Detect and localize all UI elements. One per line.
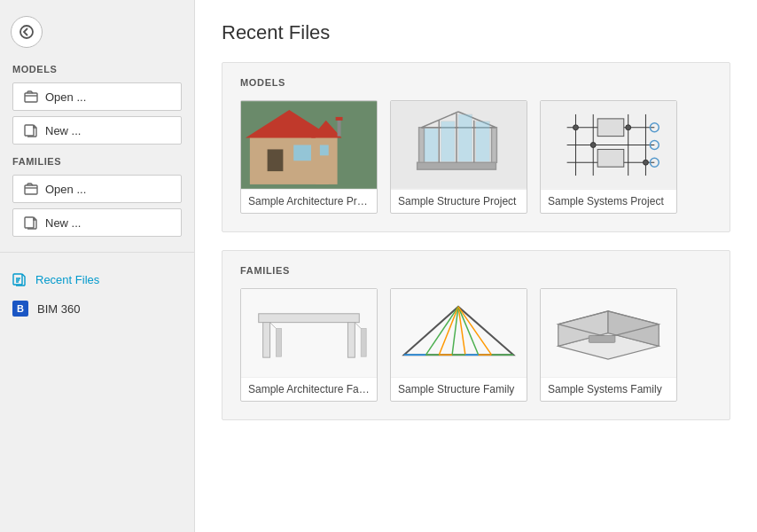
models-new-button[interactable]: New ... — [12, 116, 182, 145]
sidebar-divider — [0, 252, 194, 253]
svg-rect-11 — [316, 137, 338, 184]
families-open-label: Open ... — [45, 183, 86, 196]
card-label-systems-fam: Sample Systems Family — [541, 378, 676, 401]
card-struct-fam[interactable]: Sample Structure Family — [390, 288, 527, 402]
page-title: Recent Files — [222, 21, 730, 44]
card-systems-fam[interactable]: Sample Systems Family — [540, 288, 677, 402]
models-heading: MODELS — [240, 77, 712, 88]
svg-rect-14 — [338, 119, 341, 137]
svg-rect-3 — [25, 185, 37, 194]
bim360-label: BIM 360 — [37, 302, 80, 316]
svg-rect-19 — [492, 128, 497, 162]
svg-rect-2 — [25, 125, 34, 136]
svg-rect-55 — [361, 329, 366, 357]
svg-point-41 — [574, 125, 579, 130]
svg-point-44 — [643, 160, 648, 165]
svg-rect-39 — [597, 119, 624, 137]
svg-rect-5 — [13, 274, 22, 285]
card-thumb-struct-proj — [391, 101, 527, 190]
models-open-button[interactable]: Open ... — [12, 82, 182, 111]
card-struct-proj[interactable]: Sample Structure Project — [390, 100, 527, 214]
card-label-systems-proj: Sample Systems Project — [541, 190, 676, 213]
models-new-label: New ... — [45, 124, 81, 137]
families-new-button[interactable]: New ... — [12, 208, 182, 237]
svg-rect-15 — [336, 117, 343, 121]
svg-rect-13 — [320, 145, 329, 156]
sidebar-item-recent-files[interactable]: Recent Files — [0, 265, 194, 293]
svg-rect-1 — [25, 93, 37, 102]
card-thumb-arch-proj — [241, 101, 377, 190]
families-section: FAMILIES — [222, 250, 730, 420]
card-arch-proj[interactable]: Sample Architecture Proj... — [240, 100, 378, 214]
svg-rect-18 — [419, 128, 425, 162]
svg-rect-27 — [425, 129, 439, 162]
card-label-struct-fam: Sample Structure Family — [391, 378, 527, 401]
card-label-arch-fam: Sample Architecture Famil... — [241, 378, 377, 401]
families-open-button[interactable]: Open ... — [12, 175, 182, 203]
svg-point-42 — [590, 143, 596, 148]
families-heading: FAMILIES — [240, 265, 712, 276]
card-thumb-struct-fam — [391, 289, 527, 378]
families-new-label: New ... — [45, 216, 81, 230]
sidebar-item-bim360[interactable]: B BIM 360 — [0, 293, 194, 324]
svg-rect-28 — [441, 121, 455, 161]
svg-rect-49 — [259, 314, 360, 323]
families-section-label: FAMILIES — [0, 147, 194, 172]
card-thumb-arch-fam — [241, 289, 377, 378]
svg-rect-10 — [293, 145, 311, 161]
models-section-label: MODELS — [0, 55, 194, 80]
svg-rect-30 — [476, 121, 490, 161]
back-button[interactable] — [11, 16, 43, 48]
card-thumb-systems-proj — [541, 101, 676, 190]
card-arch-fam[interactable]: Sample Architecture Famil... — [240, 288, 378, 402]
svg-rect-78 — [589, 335, 615, 342]
svg-point-0 — [20, 26, 33, 38]
models-open-label: Open ... — [45, 90, 86, 104]
svg-rect-51 — [347, 323, 355, 357]
svg-rect-40 — [597, 149, 624, 167]
card-systems-proj[interactable]: Sample Systems Project — [540, 100, 677, 214]
card-thumb-systems-fam — [541, 289, 676, 378]
families-cards: Sample Architecture Famil... — [240, 288, 712, 402]
svg-rect-9 — [268, 149, 284, 171]
svg-rect-50 — [263, 323, 270, 357]
svg-point-43 — [626, 125, 631, 130]
models-cards: Sample Architecture Proj... — [240, 100, 712, 214]
models-section: MODELS — [222, 62, 730, 232]
recent-files-label: Recent Files — [35, 273, 99, 286]
svg-rect-48 — [241, 289, 377, 377]
svg-rect-54 — [276, 329, 281, 357]
sidebar: MODELS Open ... New ... FAMILIES Open ..… — [0, 0, 195, 532]
svg-rect-56 — [391, 289, 527, 377]
card-label-struct-proj: Sample Structure Project — [391, 190, 527, 213]
svg-rect-17 — [418, 162, 496, 169]
bim360-badge: B — [12, 301, 28, 317]
main-content: Recent Files MODELS — [195, 0, 757, 532]
card-label-arch-proj: Sample Architecture Proj... — [241, 190, 377, 213]
svg-rect-29 — [458, 114, 472, 161]
svg-rect-4 — [25, 217, 34, 228]
